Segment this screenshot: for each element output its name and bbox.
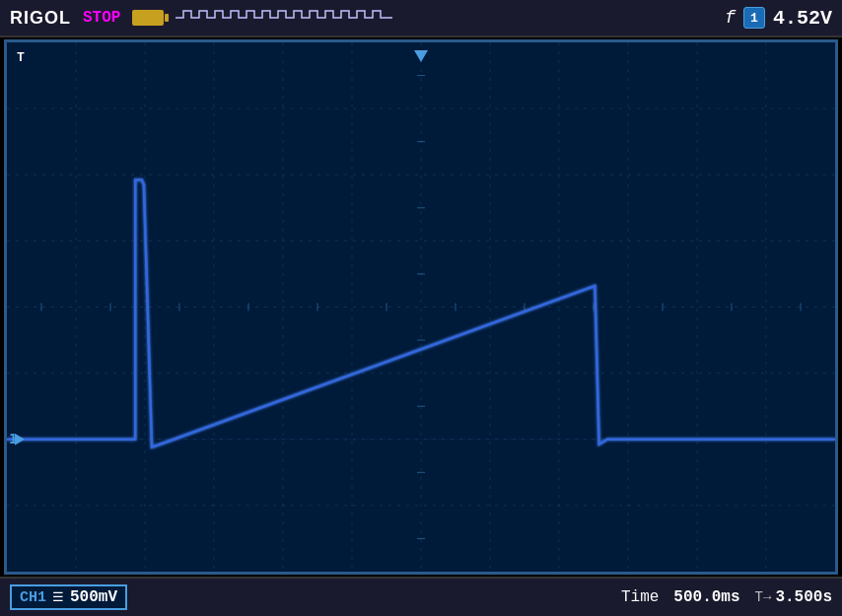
channel-badge: 1 [743,7,765,29]
frequency-indicator: f 1 4.52V [725,7,832,30]
ch1-coupling: ☰ [52,589,64,605]
ch1-info: CH1 ☰ 500mV [10,584,127,610]
time-info: Time 500.0ms T→ 3.500s [621,588,832,606]
brand-logo: RIGOL [10,8,71,29]
ch1-voltage: 500mV [70,588,117,606]
grid-canvas [7,42,835,572]
top-bar: RIGOL STOP f 1 4.52V [0,0,842,37]
trigger-t-label: T→ [755,589,772,605]
t-marker: T [17,50,25,65]
battery-icon [132,10,164,26]
bottom-bar: CH1 ☰ 500mV Time 500.0ms T→ 3.500s [0,577,842,616]
status-indicator: STOP [83,9,120,27]
main-display: T 1 [4,39,838,575]
freq-symbol: f [725,8,736,28]
time-value: 500.0ms [673,588,739,606]
trigger-info: T→ 3.500s [755,588,832,606]
mini-waveform [175,8,713,28]
oscilloscope: RIGOL STOP f 1 4.52V T 1 [0,0,842,616]
trigger-marker [414,50,428,62]
time-label: Time [621,588,659,606]
ch1-label: CH1 [20,589,46,606]
voltage-reading: 4.52V [773,7,832,30]
trigger-time: 3.500s [775,588,832,606]
